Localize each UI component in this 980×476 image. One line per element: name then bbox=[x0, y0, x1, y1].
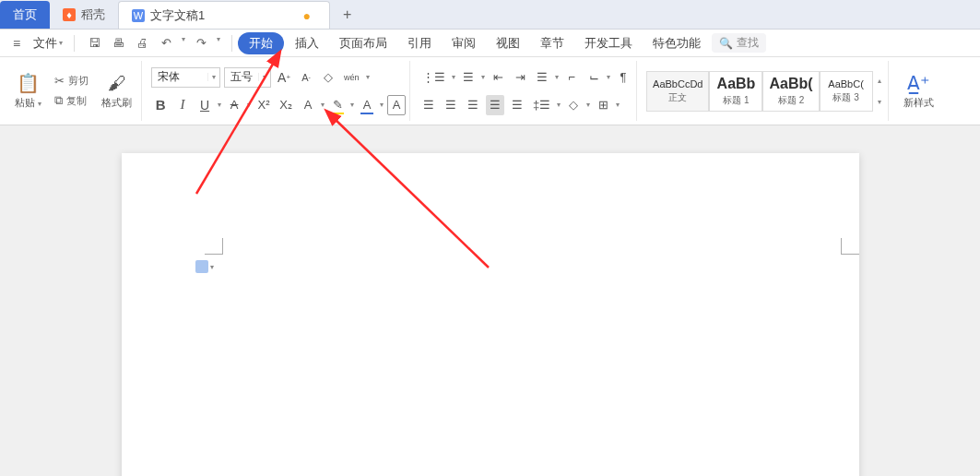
chevron-down-icon[interactable]: ▾ bbox=[217, 35, 220, 52]
tab-document[interactable]: W 文字文稿1 ● bbox=[118, 1, 330, 29]
style-name: 正文 bbox=[668, 91, 687, 104]
new-style-group: A̲⁺ 新样式 bbox=[894, 61, 943, 121]
tab-home[interactable]: 首页 bbox=[0, 1, 50, 29]
subscript-button[interactable]: X₂ bbox=[277, 95, 295, 115]
print-preview-icon[interactable]: 🖶 bbox=[110, 35, 126, 52]
chevron-down-icon[interactable]: ▾ bbox=[247, 101, 251, 109]
superscript-button[interactable]: X² bbox=[254, 95, 273, 115]
file-menu[interactable]: 文件 ▾ bbox=[28, 35, 68, 52]
grow-font-button[interactable]: A+ bbox=[275, 67, 293, 88]
copy-button[interactable]: ⧉ 复制 bbox=[51, 91, 92, 110]
strikethrough-button[interactable]: A bbox=[225, 95, 243, 115]
paste-label: 粘贴 ▾ bbox=[15, 96, 41, 110]
style-heading1[interactable]: AaBb 标题 1 bbox=[709, 71, 762, 112]
separator bbox=[74, 35, 75, 52]
chevron-down-icon[interactable]: ▾ bbox=[557, 101, 561, 109]
indent-increase-button[interactable]: ⇥ bbox=[511, 67, 529, 88]
tab-start[interactable]: 开始 bbox=[238, 32, 284, 54]
style-normal[interactable]: AaBbCcDd 正文 bbox=[646, 71, 709, 112]
chevron-down-icon[interactable]: ▾ bbox=[366, 73, 370, 81]
clear-format-button[interactable]: ◇ bbox=[319, 67, 337, 88]
style-heading3[interactable]: AaBbC( 标题 3 bbox=[820, 71, 873, 112]
align-left-button[interactable]: ☰ bbox=[419, 95, 438, 115]
font-size-value: 五号 bbox=[225, 69, 258, 85]
line-spacing-button[interactable]: ‡☰ bbox=[530, 95, 553, 115]
cut-button[interactable]: ✂ 剪切 bbox=[51, 72, 92, 89]
tab-references[interactable]: 引用 bbox=[398, 32, 441, 54]
tab-document-label: 文字文稿1 bbox=[150, 7, 205, 24]
file-menu-label: 文件 bbox=[33, 35, 57, 52]
style-preview: AaBbC( bbox=[828, 78, 864, 89]
line-top-button[interactable]: ⌐ bbox=[562, 67, 581, 88]
chevron-down-icon[interactable]: ▾ bbox=[481, 73, 485, 81]
tab-review[interactable]: 审阅 bbox=[443, 32, 485, 54]
chevron-down-icon[interactable]: ▾ bbox=[380, 101, 384, 109]
save-icon[interactable]: 🖫 bbox=[86, 35, 102, 52]
paste-icon: 📋 bbox=[17, 72, 40, 94]
font-color-button[interactable]: A bbox=[358, 95, 376, 115]
chevron-down-icon[interactable]: ▾ bbox=[586, 101, 590, 109]
font-name-value: 宋体 bbox=[152, 69, 207, 85]
tab-developer[interactable]: 开发工具 bbox=[575, 32, 642, 54]
paste-button[interactable]: 📋 粘贴 ▾ bbox=[9, 68, 47, 113]
vert-align-button[interactable]: ☰ bbox=[533, 67, 551, 88]
tab-page-layout[interactable]: 页面布局 bbox=[330, 32, 396, 54]
hamburger-icon[interactable]: ≡ bbox=[7, 36, 26, 51]
styles-group: AaBbCcDd 正文 AaBb 标题 1 AaBb( 标题 2 AaBbC( … bbox=[643, 61, 889, 121]
font-name-combo[interactable]: 宋体 ▾ bbox=[151, 67, 220, 88]
undo-icon[interactable]: ↶ bbox=[158, 35, 174, 52]
shading-button[interactable]: ◇ bbox=[564, 95, 583, 115]
shrink-font-button[interactable]: A- bbox=[297, 67, 315, 88]
underline-button[interactable]: U bbox=[195, 95, 214, 115]
new-style-button[interactable]: A̲⁺ 新样式 bbox=[898, 68, 939, 113]
numbering-button[interactable]: ☰ bbox=[459, 67, 478, 88]
highlight-button[interactable]: ✎ bbox=[328, 95, 347, 115]
chevron-down-icon[interactable]: ▾ bbox=[555, 73, 559, 81]
borders-button[interactable]: ⊞ bbox=[594, 95, 612, 115]
indent-decrease-button[interactable]: ⇤ bbox=[489, 67, 507, 88]
chevron-down-icon[interactable]: ▾ bbox=[218, 101, 221, 109]
align-center-button[interactable]: ☰ bbox=[442, 95, 460, 115]
chevron-down-icon[interactable]: ▾ bbox=[607, 73, 610, 81]
format-painter-button[interactable]: 🖌 格式刷 bbox=[96, 69, 137, 113]
char-border-button[interactable]: A bbox=[387, 95, 406, 115]
tab-insert[interactable]: 插入 bbox=[286, 32, 328, 54]
style-preview: AaBb( bbox=[769, 76, 812, 92]
tab-view[interactable]: 视图 bbox=[487, 32, 529, 54]
style-gallery-expand[interactable]: ▴ ▾ bbox=[875, 77, 884, 106]
tab-special[interactable]: 特色功能 bbox=[643, 32, 710, 54]
align-right-button[interactable]: ☰ bbox=[464, 95, 482, 115]
chevron-down-icon[interactable]: ▾ bbox=[350, 101, 354, 109]
quick-access-toolbar: 🖫 🖶 🖨 ↶ ▾ ↷ ▾ bbox=[80, 35, 226, 52]
redo-icon[interactable]: ↷ bbox=[193, 35, 209, 52]
search-icon: 🔍 bbox=[719, 37, 733, 50]
page-control[interactable]: ▾ bbox=[195, 260, 214, 273]
line-bottom-button[interactable]: ⌙ bbox=[584, 67, 603, 88]
bullets-button[interactable]: ⋮☰ bbox=[419, 67, 448, 88]
style-heading2[interactable]: AaBb( 标题 2 bbox=[762, 71, 819, 112]
chevron-down-icon[interactable]: ▾ bbox=[182, 35, 185, 52]
phonetic-button[interactable]: wén bbox=[341, 67, 362, 88]
search-box[interactable]: 🔍 查找 bbox=[712, 33, 766, 53]
tab-docker[interactable]: ♦ 稻壳 bbox=[50, 1, 118, 29]
show-marks-button[interactable]: ¶ bbox=[614, 67, 632, 88]
align-justify-button[interactable]: ☰ bbox=[486, 95, 504, 115]
copy-label: 复制 bbox=[66, 94, 87, 108]
new-style-icon: A̲⁺ bbox=[907, 72, 930, 94]
tab-docker-label: 稻壳 bbox=[81, 6, 105, 23]
print-icon[interactable]: 🖨 bbox=[134, 35, 150, 52]
text-effects-button[interactable]: A bbox=[299, 95, 317, 115]
chevron-down-icon[interactable]: ▾ bbox=[452, 73, 455, 81]
bold-button[interactable]: B bbox=[151, 95, 170, 115]
chevron-down-icon[interactable]: ▾ bbox=[616, 101, 620, 109]
chevron-down-icon[interactable]: ▾ bbox=[321, 101, 325, 109]
brush-icon: 🖌 bbox=[108, 73, 126, 94]
tab-chapters[interactable]: 章节 bbox=[531, 32, 573, 54]
tab-new[interactable]: + bbox=[330, 1, 364, 29]
font-size-combo[interactable]: 五号 ▾ bbox=[224, 67, 271, 88]
distribute-button[interactable]: ☰ bbox=[508, 95, 526, 115]
chevron-down-icon: ▾ bbox=[207, 73, 219, 81]
italic-button[interactable]: I bbox=[173, 95, 192, 115]
document-page[interactable]: ▾ bbox=[122, 153, 859, 476]
word-icon: W bbox=[132, 9, 145, 22]
